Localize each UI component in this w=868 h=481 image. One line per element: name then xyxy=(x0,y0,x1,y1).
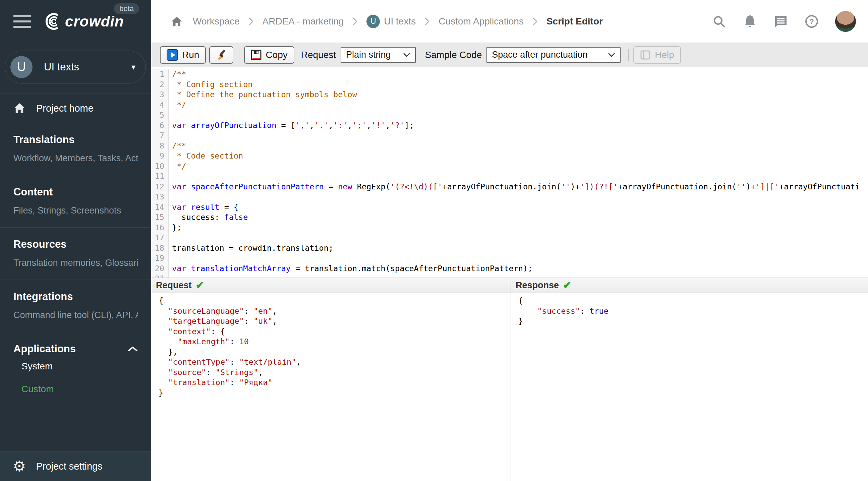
code-line: 3 * Define the punctuation symbols below xyxy=(151,90,868,100)
code-line: "source": "Strings", xyxy=(155,367,510,378)
line-number: 12 xyxy=(151,182,168,192)
section-title: Integrations xyxy=(13,291,138,303)
code-line: } xyxy=(155,388,510,398)
chevron-right-icon xyxy=(425,17,430,26)
request-select-label: Request xyxy=(301,50,336,60)
line-number: 6 xyxy=(151,120,168,131)
response-json-view: { "success": true} xyxy=(511,293,868,481)
run-button[interactable]: Run xyxy=(160,46,206,64)
notifications-bell-icon[interactable] xyxy=(743,14,757,29)
home-icon xyxy=(13,103,26,114)
help-button[interactable]: Help xyxy=(633,46,681,64)
line-number: 11 xyxy=(151,171,168,182)
sidebar-item-resources[interactable]: Resources Translation memories, Glossari… xyxy=(0,228,151,280)
toolbar-separator xyxy=(628,49,629,61)
code-line: }, xyxy=(155,347,510,357)
section-subtitle: Translation memories, Glossari… xyxy=(13,258,138,268)
brush-icon xyxy=(215,49,227,61)
gear-icon: ⚙ xyxy=(13,459,26,474)
svg-text:?: ? xyxy=(809,18,814,26)
breadcrumb-project[interactable]: ARDEA - marketing xyxy=(262,16,344,27)
sidebar-item-project-settings[interactable]: ⚙ Project settings xyxy=(0,451,151,481)
code-line: 18translation = crowdin.translation; xyxy=(151,243,868,253)
code-line: 19 xyxy=(151,253,868,263)
line-number: 4 xyxy=(151,100,168,110)
line-number: 7 xyxy=(151,130,168,141)
code-line: 17 xyxy=(151,233,868,243)
sidebar-item-applications[interactable]: Applications xyxy=(0,332,151,355)
book-icon xyxy=(640,50,651,60)
code-line: 20var translationMatchArray = translatio… xyxy=(151,263,868,274)
code-line: "context": { xyxy=(155,326,510,337)
sidebar-item-project-home[interactable]: Project home xyxy=(0,94,151,123)
copy-button[interactable]: Copy xyxy=(244,46,294,64)
code-line: 10 */ xyxy=(151,161,868,172)
project-avatar: U xyxy=(10,56,33,78)
line-number: 17 xyxy=(151,233,168,243)
request-panel: Request ✔ { "sourceLanguage": "en", "tar… xyxy=(151,278,510,481)
code-line: "translation": "Рядки" xyxy=(155,378,510,388)
line-number: 10 xyxy=(151,161,168,172)
format-code-button[interactable] xyxy=(209,46,234,64)
topbar: Workspace ARDEA - marketing U UI texts C… xyxy=(151,0,868,42)
line-number: 20 xyxy=(151,263,168,274)
code-line: 6var arrayOfPunctuation = [',','.',':','… xyxy=(151,120,868,131)
code-line: 12var spaceAfterPunctuationPattern = new… xyxy=(151,182,868,192)
help-icon[interactable]: ? xyxy=(804,14,819,29)
request-json-editor[interactable]: { "sourceLanguage": "en", "targetLanguag… xyxy=(151,293,510,481)
section-subtitle: Workflow, Members, Tasks, Act… xyxy=(13,153,138,164)
sidebar-item-integrations[interactable]: Integrations Command line tool (CLI), AP… xyxy=(0,280,151,332)
code-line: 21 xyxy=(151,274,868,278)
response-panel: Response ✔ { "success": true} xyxy=(510,278,868,481)
crowdin-swirl-icon xyxy=(43,12,62,31)
request-panel-title: Request xyxy=(156,280,192,291)
io-panels: Request ✔ { "sourceLanguage": "en", "tar… xyxy=(151,278,868,481)
code-line: { xyxy=(155,296,510,306)
section-title: Content xyxy=(13,186,138,198)
line-number: 15 xyxy=(151,212,168,223)
code-line: 1/** xyxy=(151,69,868,79)
section-title: Applications xyxy=(13,343,76,355)
code-line: 13 xyxy=(151,192,868,202)
project-switcher[interactable]: U UI texts ▾ xyxy=(5,51,146,84)
applications-children: System Custom xyxy=(0,355,151,414)
code-line: "targetLanguage": "uk", xyxy=(155,316,510,326)
breadcrumb-ui-texts[interactable]: U UI texts xyxy=(367,15,416,28)
chevron-right-icon xyxy=(532,17,538,26)
crowdin-logo[interactable]: crowdin xyxy=(43,12,124,31)
sidebar-header: crowdin beta xyxy=(0,0,151,42)
search-icon[interactable] xyxy=(712,14,726,29)
sidebar-item-custom[interactable]: Custom xyxy=(22,378,151,400)
messages-icon[interactable] xyxy=(773,14,788,29)
sidebar-item-translations[interactable]: Translations Workflow, Members, Tasks, A… xyxy=(0,123,151,175)
code-line: "contentType": "text/plain", xyxy=(155,357,510,367)
request-type-select[interactable]: Plain string xyxy=(341,47,416,63)
code-line: "maxLength": 10 xyxy=(155,336,510,347)
hamburger-menu-icon[interactable] xyxy=(13,15,31,28)
project-badge: U xyxy=(367,15,380,28)
code-line: 16}; xyxy=(151,223,868,233)
sidebar-item-system[interactable]: System xyxy=(22,355,151,378)
code-line: 4 */ xyxy=(151,100,868,110)
line-number: 3 xyxy=(151,90,168,100)
sample-code-select[interactable]: Space after punctuation xyxy=(487,47,621,63)
section-subtitle: Command line tool (CLI), API, A… xyxy=(13,310,138,320)
code-line: 9 * Code section xyxy=(151,151,868,161)
response-panel-title: Response xyxy=(516,280,559,291)
code-line: "success": true xyxy=(515,306,868,316)
home-icon[interactable] xyxy=(169,14,184,29)
code-editor[interactable]: 1/**2 * Config section3 * Define the pun… xyxy=(151,67,868,278)
code-line: 8/** xyxy=(151,141,868,151)
breadcrumb-workspace[interactable]: Workspace xyxy=(193,16,240,27)
user-avatar[interactable] xyxy=(835,11,856,32)
code-line: 2 * Config section xyxy=(151,79,868,90)
breadcrumb-custom-applications[interactable]: Custom Applications xyxy=(438,16,524,27)
chevron-up-icon xyxy=(128,346,138,352)
sample-code-select-label: Sample Code xyxy=(425,50,482,60)
line-number: 16 xyxy=(151,223,168,233)
sidebar-item-content[interactable]: Content Files, Strings, Screenshots xyxy=(0,175,151,227)
chevron-down-icon xyxy=(403,53,410,57)
floppy-save-icon xyxy=(251,50,261,60)
line-number: 1 xyxy=(151,69,168,79)
success-check-icon: ✔ xyxy=(196,280,204,290)
